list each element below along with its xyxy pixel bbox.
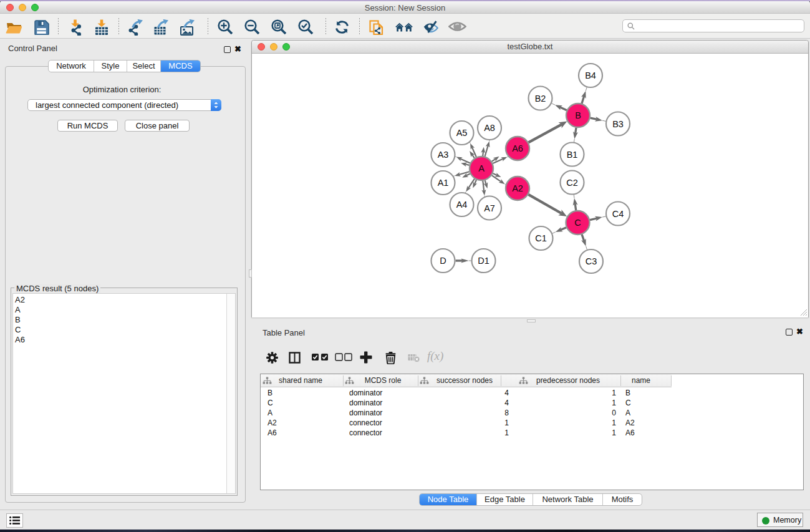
svg-text:B1: B1 (567, 150, 578, 160)
svg-text:B3: B3 (612, 119, 624, 129)
svg-text:B2: B2 (535, 94, 546, 104)
svg-text:A: A (478, 163, 485, 173)
svg-text:C1: C1 (535, 233, 547, 243)
svg-text:A4: A4 (456, 200, 468, 210)
svg-text:C4: C4 (612, 209, 624, 219)
svg-text:C2: C2 (566, 178, 578, 188)
svg-text:A1: A1 (438, 178, 449, 188)
svg-text:B4: B4 (585, 70, 596, 80)
svg-text:C: C (574, 218, 581, 228)
svg-text:A3: A3 (438, 150, 449, 160)
svg-text:C3: C3 (586, 256, 597, 266)
svg-text:A6: A6 (512, 143, 523, 153)
svg-text:D: D (440, 256, 446, 266)
svg-text:B: B (575, 110, 581, 120)
svg-text:D1: D1 (478, 256, 489, 266)
svg-text:A8: A8 (484, 123, 495, 133)
svg-text:A7: A7 (484, 203, 495, 213)
svg-text:A2: A2 (512, 183, 523, 193)
svg-text:A5: A5 (456, 128, 468, 138)
